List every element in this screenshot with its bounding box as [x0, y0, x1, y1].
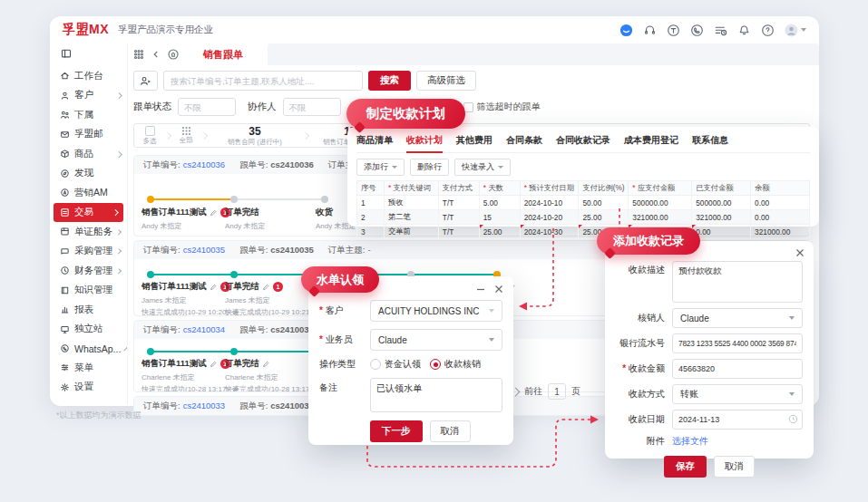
- sidebar-item-subordinates[interactable]: 下属: [50, 105, 127, 125]
- ai-assistant-icon[interactable]: [619, 24, 633, 37]
- sidebar-item-workbench[interactable]: 工作台: [50, 66, 127, 86]
- receipt-verify-label[interactable]: 收款核销: [444, 358, 481, 371]
- table-row[interactable]: 3交单前T/T25.002024-10-3025.00321000.000.00…: [357, 225, 810, 239]
- sidebar-item-report[interactable]: 报表: [50, 300, 127, 320]
- user-avatar[interactable]: [785, 24, 806, 37]
- cancel-button[interactable]: 取消: [430, 420, 471, 442]
- receipt-amount-input[interactable]: [672, 359, 803, 379]
- multi-select-toggle[interactable]: 多选: [134, 124, 165, 147]
- page-number-input[interactable]: 1: [548, 383, 566, 400]
- salesman-label: 业务员: [319, 333, 370, 346]
- salesman-select[interactable]: Claude: [370, 329, 502, 351]
- sidebar-item-settings[interactable]: 设置: [50, 378, 127, 398]
- delete-row-button[interactable]: 删除行: [410, 159, 449, 176]
- tab-cost-register[interactable]: 成本费用登记: [624, 134, 678, 147]
- multi-select-checkbox[interactable]: [145, 126, 155, 136]
- save-button[interactable]: 保存: [664, 456, 707, 478]
- stat-all[interactable]: 全部: [171, 124, 201, 147]
- stat-sales-contract[interactable]: 35销售合同 (进行中): [207, 124, 303, 147]
- apps-grid-icon[interactable]: [133, 49, 144, 60]
- tab-goods-list[interactable]: 商品清单: [356, 134, 393, 147]
- order-no-link[interactable]: cs2410036: [183, 159, 225, 171]
- minimize-icon[interactable]: [476, 285, 485, 294]
- sidebar-item-menu[interactable]: 菜单: [50, 358, 127, 378]
- bell-icon[interactable]: [737, 24, 751, 37]
- sidebar-item-knowledge[interactable]: 知识管理: [50, 281, 127, 301]
- sidebar-footer: 菜单 设置: [50, 358, 127, 397]
- caret-down-icon: [489, 338, 494, 342]
- choose-file-link[interactable]: 选择文件: [672, 435, 708, 448]
- fund-claim-radio[interactable]: [370, 359, 381, 370]
- filter-row: 跟单状态 协作人 筛选与我有关的跟单 筛选超时的跟单: [133, 98, 810, 116]
- sidebar-item-docs-shipping[interactable]: 单证船务: [50, 222, 127, 242]
- whatsapp-icon[interactable]: [690, 24, 704, 37]
- add-row-button[interactable]: 添加行: [356, 159, 405, 176]
- advanced-filter-button[interactable]: 高级筛选: [416, 71, 476, 91]
- next-step-button[interactable]: 下一步: [370, 420, 423, 442]
- sidebar-item-marketing-am[interactable]: 营销AM: [50, 183, 127, 203]
- sidebar-item-purchase[interactable]: 采购管理: [50, 242, 127, 262]
- translate-icon[interactable]: [667, 24, 680, 37]
- tasks-icon[interactable]: [714, 24, 727, 37]
- close-icon[interactable]: [494, 285, 503, 294]
- close-icon[interactable]: [795, 248, 805, 257]
- table-row[interactable]: 1预收T/T5.002024-10-1050.00500000.00500000…: [357, 196, 810, 210]
- receipt-method-select[interactable]: 转账: [672, 384, 803, 404]
- order-step[interactable]: 订单完结 1 James 未指定 快速完成成功(10-29 10:21): [225, 281, 311, 316]
- add-receipt-panel: 添加收款记录 收款描述 预付款收款 核销人 Claude 银行流水号 收款金额 …: [605, 241, 814, 459]
- edit-icon[interactable]: [210, 208, 218, 217]
- search-button[interactable]: 搜索: [368, 71, 411, 91]
- receipt-date-input[interactable]: [672, 410, 803, 430]
- tab-payment-plan[interactable]: 收款计划: [406, 134, 443, 147]
- home-tab-icon[interactable]: [168, 49, 179, 60]
- arrowhead-right: [590, 416, 599, 424]
- order-step[interactable]: 销售订单111测试 1 James 未指定 快速完成成功(10-29 10:20…: [141, 281, 228, 316]
- receipt-verify-radio[interactable]: [430, 359, 441, 370]
- order-step[interactable]: 订单完结 Andy 未指定: [225, 207, 311, 231]
- edit-icon[interactable]: [210, 283, 218, 291]
- fund-claim-label[interactable]: 资金认领: [385, 358, 421, 371]
- claim-badge: 水单认领: [301, 266, 379, 293]
- help-icon[interactable]: [761, 24, 775, 37]
- sidebar-item-site[interactable]: 独立站: [50, 320, 127, 340]
- table-row[interactable]: 2第二笔T/T152024-10-2025.00321000.00321000.…: [357, 210, 810, 225]
- bank-serial-input[interactable]: [672, 333, 803, 353]
- verifier-select[interactable]: Claude: [672, 308, 803, 328]
- tab-contract-receipts[interactable]: 合同收款记录: [556, 134, 610, 147]
- sidebar-item-trade[interactable]: 交易: [54, 203, 123, 223]
- tab-other-fees[interactable]: 其他费用: [456, 134, 493, 147]
- sidebar-item-customers[interactable]: 客户: [50, 86, 127, 106]
- receipt-date-label: 收款日期: [616, 413, 672, 426]
- headset-icon[interactable]: [643, 24, 657, 37]
- edit-icon[interactable]: [262, 360, 270, 368]
- quick-entry-button[interactable]: 快速录入: [454, 159, 511, 176]
- customer-select[interactable]: ACUITY HOLDINGS INC: [370, 300, 502, 322]
- receipt-desc-label: 收款描述: [616, 264, 672, 276]
- order-no-link[interactable]: cs2410034: [183, 324, 225, 336]
- sidebar-item-whatsapp[interactable]: WhatsAp...: [50, 339, 127, 359]
- remark-textarea[interactable]: 已认领水单: [370, 378, 502, 412]
- order-no-link[interactable]: cs2410035: [183, 245, 225, 256]
- collapse-sidebar-icon[interactable]: [61, 48, 72, 59]
- edit-icon[interactable]: [210, 360, 218, 368]
- order-no-link[interactable]: cs2410033: [183, 401, 225, 412]
- search-input[interactable]: [163, 71, 363, 91]
- order-step[interactable]: 销售订单111测试 1 Andy 未指定: [141, 207, 228, 231]
- sidebar-item-mail[interactable]: 孚盟邮: [50, 125, 127, 145]
- sidebar-item-discover[interactable]: 发现: [50, 164, 127, 184]
- tab-sales-follow[interactable]: 销售跟单: [185, 43, 261, 65]
- receipt-desc-textarea[interactable]: 预付款收款: [672, 261, 803, 303]
- edit-icon[interactable]: [262, 283, 270, 291]
- cancel-button[interactable]: 取消: [714, 456, 755, 478]
- status-filter-input[interactable]: [178, 98, 236, 116]
- sidebar-item-finance[interactable]: 财务管理: [50, 261, 127, 281]
- filter-overtime-label[interactable]: 筛选超时的跟单: [477, 101, 541, 113]
- tab-contact-info[interactable]: 联系信息: [692, 134, 728, 147]
- sidebar-item-goods[interactable]: 商品: [50, 144, 127, 164]
- back-chevron-icon[interactable]: [151, 49, 161, 60]
- order-step[interactable]: 销售订单111测试 1 Charlene 未指定 快速完成成功(10-28 13…: [141, 358, 228, 392]
- order-step[interactable]: 订单完结 Charlene 未指定 快速完成成功(10-28 13:17): [225, 358, 311, 392]
- collaborator-filter-input[interactable]: [283, 98, 341, 116]
- assign-person-button[interactable]: [133, 71, 158, 91]
- tab-contract-terms[interactable]: 合同条款: [506, 134, 542, 147]
